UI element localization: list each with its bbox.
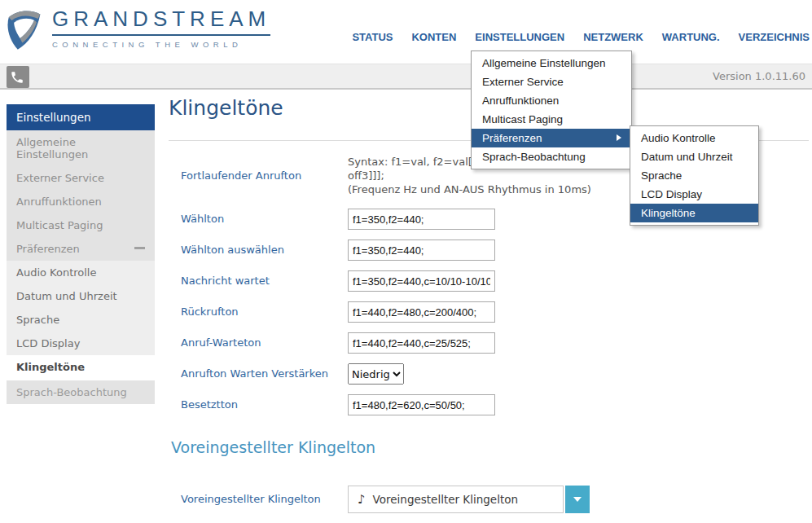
ringtone-combobox: ♪ Voreingestellter Klingelton (348, 486, 590, 513)
besetztton-input[interactable] (348, 394, 495, 415)
anrufton-warten-verstaerken-select[interactable]: Niedrig (348, 363, 404, 385)
anruf-warteton-input[interactable] (348, 332, 495, 354)
chevron-down-icon (573, 497, 582, 506)
logo-text: GRANDSTREAM CONNECTING THE WORLD (52, 7, 270, 49)
menu-item-label: Präferenzen (482, 132, 542, 144)
menu-item-sprach-beobachtung[interactable]: Sprach-Beobachtung (472, 147, 631, 166)
waehlton-auswaehlen-input[interactable] (348, 240, 495, 261)
sidebar-item-anruffunktionen[interactable]: Anruffunktionen (7, 190, 155, 213)
submenu-item-lcd-display[interactable]: LCD Display (630, 185, 758, 204)
music-note-icon: ♪ (358, 492, 366, 507)
app-header: GRANDSTREAM CONNECTING THE WORLD STATUS … (0, 0, 812, 64)
phone-home-button[interactable] (7, 66, 29, 88)
version-bar: Version 1.0.11.60 (0, 64, 812, 90)
field-label-waehlton: Wählton (181, 213, 348, 226)
syntax-line-2: off3]]]; (348, 169, 621, 182)
nav-einstellungen[interactable]: EINSTELLUNGEN (475, 31, 564, 43)
form-row: Anrufton Warten Verstärken Niedrig (181, 363, 669, 385)
sidebar-title: Einstellungen (7, 104, 155, 130)
selected-ringtone-label: Voreingestellter Klingelton (373, 493, 518, 506)
nav-netzwerk[interactable]: NETZWERK (583, 31, 643, 43)
collapse-minus-icon[interactable] (134, 247, 145, 249)
submenu-item-klingeltoene[interactable]: Klingeltöne (630, 204, 758, 222)
logo: GRANDSTREAM CONNECTING THE WORLD (7, 7, 270, 52)
menu-item-allgemeine-einstellungen[interactable]: Allgemeine Einstellungen (472, 54, 631, 73)
submenu-item-datum-und-uhrzeit[interactable]: Datum und Uhrzeit (630, 147, 758, 166)
sidebar-item-externer-service[interactable]: Externer Service (7, 166, 155, 190)
sidebar-item-datum-und-uhrzeit[interactable]: Datum und Uhrzeit (7, 284, 155, 308)
nav-verzeichnis[interactable]: VERZEICHNIS (739, 31, 810, 43)
nav-konten[interactable]: KONTEN (411, 31, 456, 43)
praeferenzen-submenu: Audio Kontrolle Datum und Uhrzeit Sprach… (630, 125, 759, 226)
waehlton-input[interactable] (348, 209, 495, 230)
form-row: Nachricht wartet (181, 270, 669, 292)
sidebar-item-sprache[interactable]: Sprache (7, 308, 155, 332)
form-row: Rückrufton (181, 301, 669, 323)
menu-item-anruffunktionen[interactable]: Anruffunktionen (472, 91, 631, 110)
field-label-anruf-warteton: Anruf-Warteton (181, 336, 348, 349)
sidebar: Einstellungen Allgemeine Einstellungen E… (7, 104, 155, 404)
form-row: Anruf-Warteton (181, 332, 669, 354)
field-label-anrufton-warten-verstaerken: Anrufton Warten Verstärken (181, 367, 348, 380)
field-label-waehlton-auswaehlen: Wählton auswählen (181, 244, 348, 257)
sidebar-item-klingeltoene[interactable]: Klingeltöne (7, 355, 155, 379)
menu-item-externer-service[interactable]: Externer Service (472, 73, 631, 91)
menu-item-praeferenzen[interactable]: Präferenzen (472, 129, 631, 147)
sidebar-item-allgemeine-einstellungen[interactable]: Allgemeine Einstellungen (7, 130, 155, 166)
field-label-besetztton: Besetztton (181, 398, 348, 411)
form-row: Besetztton (181, 394, 669, 415)
sidebar-item-sprach-beobachtung[interactable]: Sprach-Beobachtung (7, 380, 155, 404)
field-label-voreingestellter-klingelton: Voreingestellter Klingelton (181, 493, 348, 506)
einstellungen-dropdown-menu: Allgemeine Einstellungen Externer Servic… (471, 51, 632, 169)
default-ringtone-row: Voreingestellter Klingelton ♪ Voreingest… (181, 486, 590, 513)
section-title-voreingestellter-klingelton: Voreingestellter Klingelton (171, 438, 375, 456)
nav-status[interactable]: STATUS (352, 31, 393, 43)
syntax-line-3: (Frequenz Hz und AN-AUS Rhythmus in 10ms… (348, 182, 621, 196)
ringtone-dropdown-button[interactable] (565, 486, 590, 513)
submenu-item-sprache[interactable]: Sprache (630, 166, 758, 185)
form-row: Wählton (181, 209, 669, 230)
sidebar-item-praeferenzen[interactable]: Präferenzen (7, 237, 155, 261)
page-title: Klingeltöne (169, 96, 283, 120)
menu-item-multicast-paging[interactable]: Multicast Paging (472, 110, 631, 129)
nav-wartung[interactable]: WARTUNG. (662, 31, 720, 43)
nachricht-wartet-input[interactable] (348, 270, 495, 292)
field-label-nachricht-wartet: Nachricht wartet (181, 275, 348, 288)
top-nav: STATUS KONTEN EINSTELLUNGEN NETZWERK WAR… (352, 31, 810, 43)
form-row: Wählton auswählen (181, 240, 669, 261)
page: GRANDSTREAM CONNECTING THE WORLD STATUS … (0, 0, 812, 523)
phone-handset-icon (10, 70, 24, 85)
field-label-rueckrufton: Rückrufton (181, 305, 348, 319)
brand-wordmark: GRANDSTREAM (52, 7, 270, 36)
ringtone-form: Fortlaufender Anrufton Syntax: f1=val, f… (181, 155, 669, 425)
sidebar-item-audio-kontrolle[interactable]: Audio Kontrolle (7, 261, 155, 284)
firmware-version: Version 1.0.11.60 (713, 70, 805, 82)
ringtone-combobox-value[interactable]: ♪ Voreingestellter Klingelton (348, 486, 564, 513)
sidebar-item-lcd-display[interactable]: LCD Display (7, 332, 155, 355)
rueckrufton-input[interactable] (348, 301, 495, 323)
brand-tagline: CONNECTING THE WORLD (52, 40, 270, 49)
sidebar-item-label: Präferenzen (16, 243, 80, 255)
submenu-item-audio-kontrolle[interactable]: Audio Kontrolle (630, 129, 758, 147)
field-label-fortlaufender-anrufton: Fortlaufender Anrufton (181, 169, 348, 182)
submenu-arrow-icon (617, 134, 625, 141)
grandstream-logo-icon (7, 7, 44, 52)
sidebar-item-multicast-paging[interactable]: Multicast Paging (7, 213, 155, 237)
